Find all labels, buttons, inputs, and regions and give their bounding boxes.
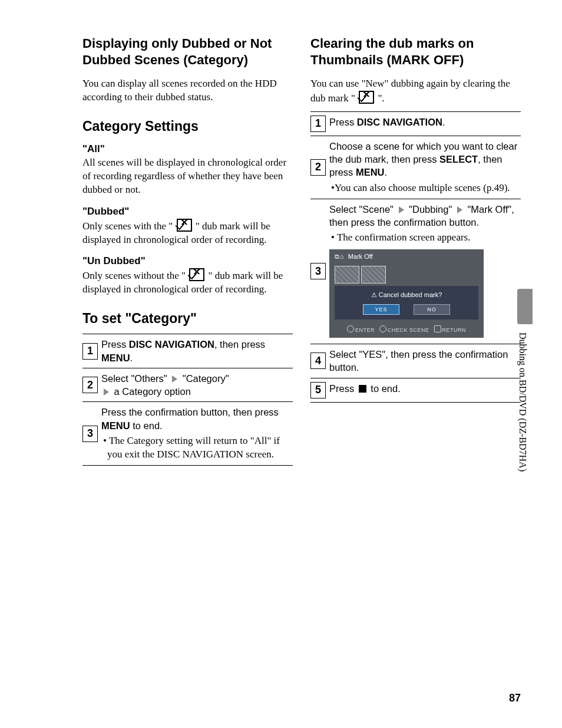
option-undubbed-head: "Un Dubbed": [82, 255, 293, 268]
left-intro: You can display all scenes recorded on t…: [82, 77, 293, 104]
side-tab-label: Dubbing on BD/DVD (DZ-BD7HA): [517, 324, 528, 472]
right-step-5: 5 Press to end.: [310, 378, 521, 403]
to-set-category-title: To set "Category": [82, 311, 293, 327]
right-step-4-body: Select "YES", then press the confirmatio…: [329, 348, 521, 374]
step-number: 2: [310, 159, 326, 176]
left-step-3-body: Press the confirmation button, then pres…: [101, 406, 293, 461]
screen-mode-icon: ⧉⌂: [335, 252, 345, 261]
right-step-3-body: Select "Scene" "Dubbing" "Mark Off", the…: [329, 203, 521, 340]
left-step-1: 1 Press DISC NAVIGATION, then press MENU…: [82, 334, 293, 368]
left-column: Displaying only Dubbed or Not Dubbed Sce…: [82, 35, 293, 466]
right-column: Clearing the dub marks on Thumbnails (MA…: [310, 35, 521, 466]
left-steps: 1 Press DISC NAVIGATION, then press MENU…: [82, 334, 293, 465]
right-step-3: 3 Select "Scene" "Dubbing" "Mark Off", t…: [310, 199, 521, 344]
option-all-head: "All": [82, 143, 293, 156]
check-icon: [379, 325, 386, 332]
option-all-text: All scenes will be displayed in chronolo…: [82, 156, 293, 197]
left-step-3: 3 Press the confirmation button, then pr…: [82, 401, 293, 465]
left-step-2-body: Select "Others" "Category" a Category op…: [101, 372, 293, 398]
stop-icon: [359, 385, 366, 393]
arrow-right-icon: [457, 206, 462, 213]
right-step-4: 4 Select "YES", then press the confirmat…: [310, 344, 521, 378]
left-step-3-note: • The Category setting will return to "A…: [101, 434, 293, 462]
dub-mark-icon: [359, 91, 374, 104]
step-number: 1: [82, 343, 98, 360]
screen-title: Mark Off: [348, 252, 373, 261]
screen-dialog: ⚠ Cancel dubbed mark? YES NO: [335, 286, 478, 319]
step-number: 4: [310, 353, 326, 369]
right-step-2: 2 Choose a scene for which you want to c…: [310, 136, 521, 199]
arrow-right-icon: [172, 375, 177, 383]
dub-mark-icon: [177, 219, 192, 232]
thumbnail: [335, 266, 359, 284]
right-steps: 1 Press DISC NAVIGATION. 2 Choose a scen…: [310, 111, 521, 403]
return-icon: [434, 325, 441, 332]
right-step-1: 1 Press DISC NAVIGATION.: [310, 111, 521, 136]
option-dubbed-text: Only scenes with the " " dub mark will b…: [82, 219, 293, 247]
left-step-1-body: Press DISC NAVIGATION, then press MENU.: [101, 338, 293, 364]
right-step-2-body: Choose a scene for which you want to cle…: [329, 140, 521, 195]
side-tab-marker: [517, 289, 533, 324]
chapter-side-tab: Dubbing on BD/DVD (DZ-BD7HA): [517, 289, 533, 472]
dialog-no-button: NO: [414, 304, 450, 315]
dub-mark-icon: [189, 268, 204, 281]
left-heading: Displaying only Dubbed or Not Dubbed Sce…: [82, 35, 293, 68]
two-column-layout: Displaying only Dubbed or Not Dubbed Sce…: [82, 35, 521, 466]
option-dubbed-pre: Only scenes with the ": [82, 220, 176, 232]
right-heading: Clearing the dub marks on Thumbnails (MA…: [310, 35, 521, 68]
right-step-2-note: •You can also choose multiple scenes (p.…: [329, 182, 521, 195]
screen-footer: ENTER CHECK SCENE RETURN: [330, 323, 483, 337]
confirmation-screen: ⧉⌂ Mark Off ⚠ Cancel dubbed mark?: [329, 249, 484, 338]
step-number: 2: [82, 377, 98, 393]
arrow-right-icon: [399, 206, 404, 213]
option-undubbed-text: Only scenes without the " " dub mark wil…: [82, 268, 293, 297]
step-number: 5: [310, 382, 326, 398]
page-number: 87: [509, 692, 521, 704]
option-dubbed-head: "Dubbed": [82, 205, 293, 219]
enter-icon: [347, 325, 354, 332]
right-intro: You can use "New" dubbing again by clear…: [310, 77, 521, 106]
step-number: 3: [310, 263, 326, 279]
step-number: 3: [82, 426, 98, 442]
arrow-right-icon: [104, 388, 109, 396]
screen-thumbnails: [330, 263, 483, 286]
step-number: 1: [310, 116, 326, 132]
option-undubbed-pre: Only scenes without the ": [82, 270, 188, 281]
dialog-yes-button: YES: [363, 304, 399, 315]
category-settings-title: Category Settings: [82, 118, 293, 134]
right-step-3-note: • The confirmation screen appears.: [329, 231, 521, 245]
thumbnail: [361, 266, 386, 284]
right-step-1-body: Press DISC NAVIGATION.: [329, 116, 521, 132]
right-step-5-body: Press to end.: [329, 382, 521, 398]
left-step-2: 2 Select "Others" "Category" a Category …: [82, 368, 293, 402]
manual-page: Displaying only Dubbed or Not Dubbed Sce…: [0, 0, 562, 728]
warning-icon: ⚠: [371, 291, 377, 298]
screen-header: ⧉⌂ Mark Off: [330, 250, 483, 263]
dialog-question: ⚠ Cancel dubbed mark?: [338, 291, 475, 299]
